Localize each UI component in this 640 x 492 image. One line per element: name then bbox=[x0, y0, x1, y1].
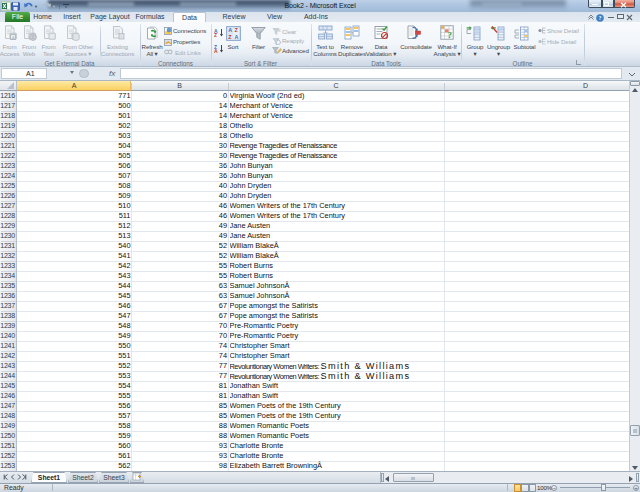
svg-text:A: A bbox=[235, 34, 239, 40]
svg-text:Z: Z bbox=[214, 32, 217, 37]
svg-text:A: A bbox=[228, 27, 232, 33]
svg-text:?: ? bbox=[598, 15, 601, 21]
svg-text:?: ? bbox=[448, 30, 453, 40]
